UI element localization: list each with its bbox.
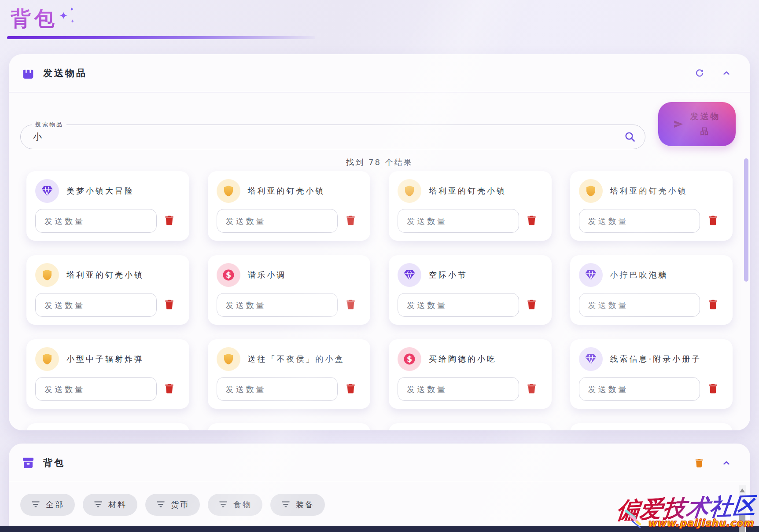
- item-card: 塔利亚的钉壳小镇: [26, 255, 189, 325]
- item-name: 塔利亚的钉壳小镇: [66, 270, 144, 280]
- refresh-button[interactable]: [694, 68, 705, 78]
- shield-icon: [217, 347, 240, 371]
- quantity-input[interactable]: [579, 293, 700, 317]
- item-card-header: 美梦小镇大冒险: [35, 178, 182, 204]
- title-underline: [7, 36, 315, 39]
- filter-chip[interactable]: 材料: [83, 494, 137, 516]
- quantity-input[interactable]: [398, 377, 519, 401]
- send-items-panel: 发送物品 搜索物品 发送物品 找到 78 个结果: [9, 54, 750, 430]
- trash-icon: [525, 298, 538, 312]
- delete-item-button[interactable]: [157, 209, 182, 233]
- search-field: 搜索物品: [20, 125, 645, 149]
- item-card-controls: [217, 293, 364, 317]
- item-card-controls: [579, 209, 726, 233]
- sparkle-icon: ✦: [70, 6, 74, 12]
- item-name: 空际小节: [429, 270, 468, 280]
- item-name: 谐乐小调: [248, 270, 287, 280]
- gem-icon: [579, 347, 603, 371]
- quantity-input[interactable]: [35, 209, 157, 233]
- delete-item-button[interactable]: [338, 293, 363, 317]
- delete-item-button[interactable]: [157, 377, 182, 401]
- delete-item-button[interactable]: [700, 293, 726, 317]
- clear-backpack-button[interactable]: [693, 457, 705, 469]
- delete-item-button[interactable]: [157, 293, 182, 317]
- collapse-send-panel-button[interactable]: [721, 68, 732, 78]
- results-scrollbar-thumb[interactable]: [744, 158, 748, 282]
- collapse-backpack-panel-button[interactable]: [721, 458, 732, 468]
- item-card-controls: [398, 209, 545, 233]
- gem-icon: [35, 179, 59, 203]
- quantity-input[interactable]: [579, 209, 700, 233]
- footer-strip: [0, 526, 759, 532]
- item-card-header: 小型中子辐射炸弹: [35, 346, 182, 372]
- item-card-controls: [35, 293, 182, 317]
- item-card-header: 塔利亚的钉壳小镇: [579, 178, 726, 204]
- page-scrollbar-thumb[interactable]: [739, 514, 745, 532]
- delete-item-button[interactable]: [519, 209, 545, 233]
- trash-icon: [693, 463, 705, 470]
- filter-chip[interactable]: 装备: [270, 494, 325, 516]
- filter-icon: [31, 499, 41, 510]
- item-card: 塔利亚的钉壳小镇: [570, 171, 733, 241]
- filter-chip[interactable]: 食物: [208, 494, 262, 516]
- item-card: 送往「不夜侯」的小盒: [208, 339, 371, 409]
- search-input[interactable]: [33, 125, 605, 148]
- item-name: 塔利亚的钉壳小镇: [248, 186, 325, 196]
- results-count: 找到 78 个结果: [9, 157, 750, 168]
- quantity-input[interactable]: [398, 209, 519, 233]
- delete-item-button[interactable]: [338, 209, 363, 233]
- quantity-input[interactable]: [35, 377, 157, 401]
- delete-item-button[interactable]: [338, 377, 363, 401]
- filter-chip-label: 食物: [233, 499, 252, 510]
- item-name: 塔利亚的钉壳小镇: [429, 186, 506, 196]
- quantity-input[interactable]: [579, 377, 700, 401]
- scroll-up-arrow-icon[interactable]: [740, 488, 745, 492]
- filter-icon: [156, 499, 166, 510]
- send-items-button[interactable]: 发送物品: [658, 102, 736, 146]
- quantity-input[interactable]: [217, 209, 338, 233]
- filter-chip[interactable]: 货币: [145, 494, 200, 516]
- quantity-input[interactable]: [217, 293, 338, 317]
- item-card: 塔利亚的钉壳小镇: [208, 171, 371, 241]
- item-name: 小型中子辐射炸弹: [66, 354, 144, 364]
- page: 背包✦✦✦ 发送物品 搜索物品: [0, 0, 759, 532]
- delete-item-button[interactable]: [519, 377, 545, 401]
- item-card-controls: [579, 377, 726, 401]
- sparkle-icon: ✦: [70, 18, 74, 24]
- delete-item-button[interactable]: [519, 293, 545, 317]
- send-icon: [673, 118, 684, 130]
- page-title: 背包: [11, 5, 58, 33]
- trash-icon: [344, 298, 357, 312]
- item-name: 买给陶德的小吃: [429, 354, 497, 364]
- refresh-icon: [694, 73, 705, 80]
- filter-chip[interactable]: 全部: [20, 494, 75, 516]
- sparkles-icon: ✦✦✦: [58, 7, 78, 27]
- item-name: 美梦小镇大冒险: [66, 186, 134, 196]
- item-card-controls: [579, 293, 726, 317]
- quantity-input[interactable]: [35, 293, 157, 317]
- search-icon[interactable]: [624, 131, 636, 143]
- trash-icon: [344, 214, 357, 228]
- item-card-header: 塔利亚的钉壳小镇: [35, 262, 182, 288]
- trash-icon: [707, 298, 719, 312]
- filter-icon: [93, 499, 103, 510]
- item-card-header: 塔利亚的钉壳小镇: [398, 178, 545, 204]
- sparkle-icon: ✦: [59, 10, 68, 22]
- trash-icon: [525, 382, 538, 396]
- item-card: [26, 423, 189, 430]
- delete-item-button[interactable]: [700, 209, 726, 233]
- quantity-input[interactable]: [217, 377, 338, 401]
- send-panel-header: 发送物品: [9, 54, 750, 92]
- page-scrollbar[interactable]: [739, 485, 746, 532]
- delete-item-button[interactable]: [700, 377, 726, 401]
- shield-icon: [398, 179, 421, 203]
- backpack-panel-header: 背包: [9, 444, 750, 482]
- backpack-panel-actions: [693, 457, 732, 469]
- item-card: [389, 423, 552, 430]
- item-card: [208, 423, 371, 430]
- coin-icon: $: [217, 263, 240, 287]
- shield-icon: [35, 347, 59, 371]
- chevron-up-icon: [721, 463, 732, 470]
- filter-chip-label: 装备: [296, 499, 314, 510]
- quantity-input[interactable]: [398, 293, 519, 317]
